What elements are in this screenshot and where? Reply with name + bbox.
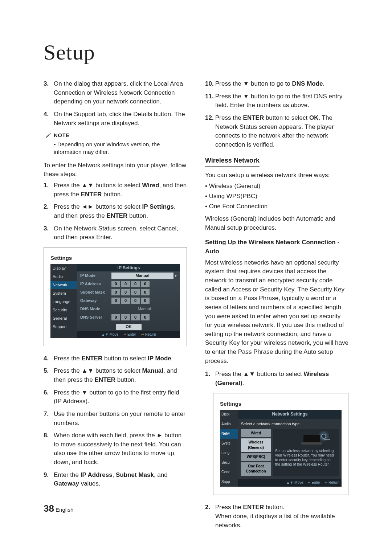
right-list-r1: 1. Press the ▲▼ buttons to select Wirele… [205, 370, 348, 388]
panel-title: IP Settings [77, 264, 180, 271]
wireless-art: ⟶ [275, 431, 336, 447]
dns-mode-value[interactable]: Manual [111, 306, 177, 312]
sidebar-item-system[interactable]: System [50, 289, 77, 298]
ip-settings-screenshot: Settings Display Audio Network System La… [44, 247, 187, 346]
sidebar-item-language[interactable]: Language [50, 298, 77, 306]
sidebar-item-general[interactable]: Gene [220, 467, 238, 477]
sidebar-item-display[interactable]: Display [50, 264, 77, 273]
note-bullets: Depending on your Windows version, the i… [44, 141, 187, 156]
right-column: 10. Press the ▼ button to go to DNS Mode… [205, 79, 348, 533]
sidebar-item-audio[interactable]: Audio [50, 273, 77, 281]
left-column: 3.On the dialog that appears, click the … [44, 79, 187, 533]
settings-sidebar-trunc: Displ Audio Netw Syste Lang Secu Gene Su… [220, 410, 238, 487]
chevron-right-icon: ▸ [175, 274, 177, 278]
left-list-a: 3.On the dialog that appears, click the … [44, 79, 187, 128]
dns-server-field[interactable]: 0000 [111, 314, 150, 320]
sidebar-item-security[interactable]: Security [50, 306, 77, 314]
auto-subheading: Setting Up the Wireless Network Connecti… [205, 238, 348, 256]
option-wireless-general[interactable]: Wireless (General) [241, 438, 271, 452]
left-list-b: 1. Press the ▲▼ buttons to select Wired,… [44, 181, 187, 242]
page-title: Setup [44, 40, 348, 65]
heading-rule [205, 166, 260, 167]
hint-bar: ▲▼ Move ↵ Enter ↩ Return [238, 479, 342, 487]
network-settings-screenshot: Settings Displ Audio Netw Syste Lang Sec… [213, 393, 348, 495]
subnet-mask-field[interactable]: 0000 [111, 289, 150, 295]
laptop-icon [303, 435, 320, 443]
page-footer: 38 English [44, 503, 73, 514]
sidebar-item-security[interactable]: Secu [220, 458, 238, 468]
ip-mode-value[interactable]: Manual [111, 273, 173, 279]
sidebar-item-language[interactable]: Lang [220, 448, 238, 458]
sidebar-item-support[interactable]: Support [50, 323, 77, 331]
option-one-foot[interactable]: One Foot Connection [241, 462, 271, 476]
intro-text: To enter the Network settings into your … [44, 161, 187, 179]
settings-sidebar: Display Audio Network System Language Se… [50, 264, 77, 338]
sidebar-item-system[interactable]: Syste [220, 439, 238, 449]
option-wired[interactable]: Wired [241, 429, 271, 438]
panel-title: Network Settings [238, 410, 342, 419]
left-list-c: 4. Press the ENTER button to select IP M… [44, 354, 187, 488]
connection-options: Wired Wireless (General) WPS(PBC) One Fo… [241, 429, 271, 476]
sidebar-item-audio[interactable]: Audio [220, 420, 238, 429]
note-label: NOTE [45, 131, 187, 139]
wireless-bullets: Wireless (General) Using WPS(PBC) One Fo… [205, 182, 348, 211]
sidebar-item-network[interactable]: Network [50, 281, 77, 289]
sidebar-item-network[interactable]: Netw [220, 429, 238, 439]
pencil-icon [45, 132, 52, 139]
ip-address-field[interactable]: 0000 [111, 281, 150, 287]
sidebar-item-general[interactable]: General [50, 314, 77, 323]
hint-bar: ▲▼ Move ↵ Enter ↩ Return [77, 331, 180, 338]
wireless-heading: Wireless Network [205, 156, 348, 165]
option-wps-pbc[interactable]: WPS(PBC) [241, 453, 271, 461]
gateway-field[interactable]: 0000 [111, 298, 150, 304]
right-list-r2: 2. Press the ENTER button.When done, it … [205, 503, 348, 530]
sidebar-item-display[interactable]: Displ [220, 410, 238, 420]
sidebar-item-support[interactable]: Supp [220, 477, 238, 487]
signal-arrow-icon: ⟶ [324, 437, 330, 443]
right-list-top: 10. Press the ▼ button to go to DNS Mode… [205, 79, 348, 149]
ok-button[interactable]: OK [116, 324, 142, 330]
